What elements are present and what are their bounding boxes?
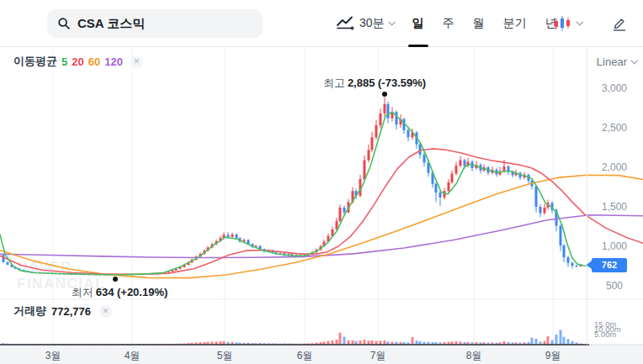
ma-legend-title: 이동평균 [13, 54, 57, 69]
tab-30min-label: 30분 [359, 16, 385, 31]
volume-tick-label: 5.00m [594, 330, 616, 339]
magnifier-icon [57, 17, 71, 30]
current-price-badge: 762 [592, 258, 627, 272]
tab-week-label: 주 [443, 16, 454, 31]
toolbar: CSA 코스믹 30분 일 주 월 [0, 0, 643, 47]
chevron-down-icon [576, 18, 582, 25]
ma-period-60: 60 [88, 55, 100, 68]
tab-month[interactable]: 월 [464, 0, 494, 47]
ma-period-20: 20 [72, 55, 83, 68]
tab-quarter-label: 분기 [503, 16, 527, 31]
tab-day[interactable]: 일 [403, 0, 433, 47]
chevron-down-icon [388, 18, 395, 25]
ma-period-5: 5 [61, 55, 67, 68]
tab-month-label: 월 [473, 16, 485, 31]
high-annotation-prefix: 최고 [323, 76, 345, 89]
candlestick-icon [554, 15, 572, 32]
low-annotation-prefix: 최저 [72, 286, 93, 298]
month-tick-label: 9월 [545, 349, 561, 363]
price-tick-label: 1,500 [587, 201, 642, 213]
tab-week[interactable]: 주 [433, 0, 464, 47]
month-tick-label: 6월 [297, 349, 313, 363]
scale-selector[interactable]: Linear [597, 55, 636, 68]
volume-legend: 거래량 772,776 ✕ [13, 303, 112, 319]
chart-style-selector[interactable] [549, 12, 586, 35]
scale-label: Linear [597, 55, 627, 68]
month-tick-label: 4월 [125, 349, 141, 363]
low-annotation: 최저634 (+20.19%) [72, 285, 168, 300]
price-tick-label: 2,000 [587, 161, 642, 173]
high-annotation-value: 2,885 (-73.59%) [348, 76, 426, 89]
current-price-value: 762 [602, 260, 617, 270]
pencil-icon [611, 15, 628, 32]
volume-legend-close-icon[interactable]: ✕ [99, 305, 112, 318]
high-annotation: 최고2,885 (-73.59%) [323, 76, 426, 91]
ma-legend: 이동평균 5 20 60 120 ✕ [13, 54, 143, 69]
volume-legend-value: 772,776 [51, 305, 91, 318]
tab-quarter[interactable]: 분기 [494, 0, 536, 47]
tab-30min[interactable]: 30분 [350, 0, 403, 47]
time-axis: 3월4월5월6월7월8월9월 [0, 346, 643, 364]
stock-chart-app: NAVER FINANCIAL CSA 코스믹 30분 [0, 0, 643, 364]
month-tick-label: 7월 [370, 349, 386, 363]
month-tick-label: 5월 [217, 349, 233, 363]
volume-legend-title: 거래량 [13, 303, 46, 319]
low-marker-dot [113, 277, 118, 282]
high-marker-dot [382, 92, 387, 97]
symbol-search[interactable]: CSA 코스믹 [47, 9, 263, 38]
month-tick-label: 3월 [45, 349, 61, 363]
price-tick-label: 2,500 [587, 122, 642, 134]
low-annotation-value: 634 (+20.19%) [96, 286, 168, 298]
price-tick-label: 1,000 [587, 240, 642, 252]
tab-day-label: 일 [412, 16, 424, 31]
ma-period-120: 120 [104, 55, 123, 68]
ma-legend-close-icon[interactable]: ✕ [130, 55, 143, 68]
symbol-name: CSA 코스믹 [77, 16, 145, 32]
price-tick-label: 3,000 [587, 82, 642, 94]
price-tick-label: 500 [587, 280, 642, 292]
draw-tool-button[interactable] [608, 12, 631, 35]
timeframe-tabs: 30분 일 주 월 분기 년 [350, 0, 566, 47]
month-tick-label: 8월 [466, 349, 482, 363]
